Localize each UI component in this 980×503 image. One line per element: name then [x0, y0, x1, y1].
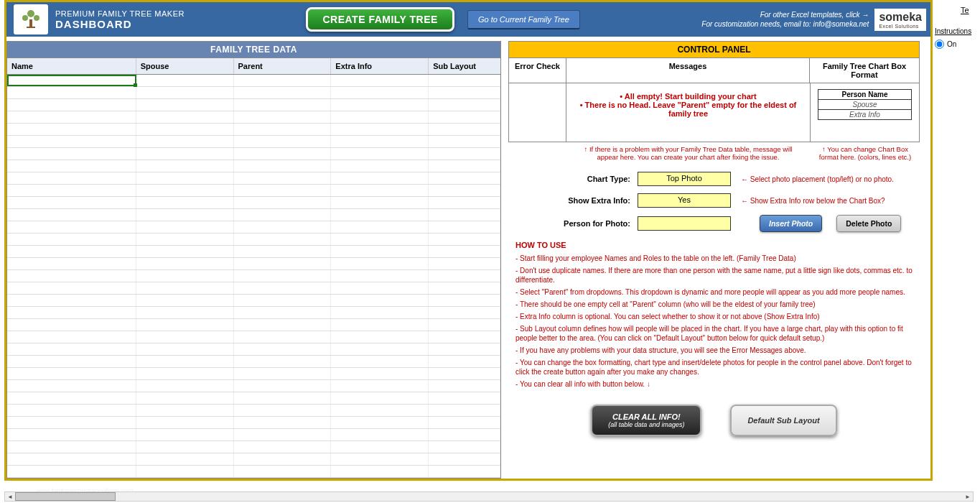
cell-extra[interactable]	[331, 380, 429, 392]
cell-spouse[interactable]	[136, 319, 234, 331]
cell-sub[interactable]	[429, 417, 500, 428]
cell-parent[interactable]	[234, 429, 332, 440]
cell-spouse[interactable]	[136, 124, 234, 135]
cell-spouse[interactable]	[136, 368, 234, 379]
cell-extra[interactable]	[331, 343, 429, 355]
cell-parent[interactable]	[234, 282, 332, 294]
table-row[interactable]	[7, 417, 500, 429]
cell-parent[interactable]	[234, 185, 332, 196]
cell-spouse[interactable]	[136, 356, 234, 367]
cell-parent[interactable]	[234, 148, 332, 160]
cell-parent[interactable]	[234, 343, 332, 355]
cell-extra[interactable]	[331, 405, 429, 416]
cell-name[interactable]	[7, 368, 136, 379]
table-row[interactable]	[7, 111, 500, 124]
template-link[interactable]: Te	[961, 6, 969, 14]
cell-parent[interactable]	[234, 99, 332, 111]
cell-parent[interactable]	[234, 368, 332, 379]
table-row[interactable]	[7, 136, 500, 148]
cell-spouse[interactable]	[136, 148, 234, 160]
cell-name[interactable]	[7, 136, 136, 147]
cell-name[interactable]	[7, 453, 136, 465]
cell-extra[interactable]	[331, 282, 429, 294]
cell-extra[interactable]	[331, 221, 429, 233]
cell-extra[interactable]	[331, 246, 429, 257]
cell-name[interactable]	[7, 185, 136, 196]
format-area[interactable]: Person Name Spouse Extra Info	[810, 83, 919, 142]
cell-extra[interactable]	[331, 441, 429, 453]
cell-spouse[interactable]	[136, 99, 234, 111]
cell-name[interactable]	[7, 270, 136, 282]
instructions-on-radio[interactable]	[935, 40, 944, 49]
cell-sub[interactable]	[429, 258, 500, 269]
table-row[interactable]	[7, 197, 500, 209]
table-row[interactable]	[7, 368, 500, 380]
cell-extra[interactable]	[331, 392, 429, 404]
cell-spouse[interactable]	[136, 185, 234, 196]
cell-spouse[interactable]	[136, 417, 234, 428]
cell-sub[interactable]	[429, 453, 500, 465]
cell-parent[interactable]	[234, 270, 332, 282]
cell-spouse[interactable]	[136, 429, 234, 440]
cell-sub[interactable]	[429, 246, 500, 257]
table-row[interactable]	[7, 441, 500, 453]
cell-name[interactable]	[7, 466, 136, 477]
cell-spouse[interactable]	[136, 160, 234, 172]
cell-sub[interactable]	[429, 136, 500, 147]
cell-name[interactable]	[7, 221, 136, 233]
cell-spouse[interactable]	[136, 75, 234, 86]
person-photo-input[interactable]	[638, 216, 731, 231]
table-row[interactable]	[7, 209, 500, 221]
cell-extra[interactable]	[331, 417, 429, 428]
cell-parent[interactable]	[234, 331, 332, 343]
default-sub-layout-button[interactable]: Default Sub Layout	[730, 405, 836, 436]
cell-name[interactable]	[7, 124, 136, 135]
cell-parent[interactable]	[234, 417, 332, 428]
cell-spouse[interactable]	[136, 466, 234, 477]
cell-name[interactable]	[7, 441, 136, 453]
cell-sub[interactable]	[429, 282, 500, 294]
table-row[interactable]	[7, 405, 500, 417]
cell-extra[interactable]	[331, 307, 429, 318]
cell-sub[interactable]	[429, 160, 500, 172]
table-row[interactable]	[7, 221, 500, 234]
cell-extra[interactable]	[331, 270, 429, 282]
table-row[interactable]	[7, 295, 500, 307]
cell-sub[interactable]	[429, 221, 500, 233]
cell-name[interactable]	[7, 392, 136, 404]
cell-name[interactable]	[7, 172, 136, 184]
create-family-tree-button[interactable]: CREATE FAMILY TREE	[306, 7, 454, 32]
cell-parent[interactable]	[234, 209, 332, 221]
cell-parent[interactable]	[234, 160, 332, 172]
cell-name[interactable]	[7, 75, 136, 86]
cell-extra[interactable]	[331, 319, 429, 331]
cell-name[interactable]	[7, 380, 136, 392]
cell-parent[interactable]	[234, 197, 332, 208]
clear-all-info-button[interactable]: CLEAR ALL INFO! (all table data and imag…	[591, 405, 701, 436]
show-extra-input[interactable]: Yes	[638, 193, 731, 208]
cell-sub[interactable]	[429, 319, 500, 331]
cell-spouse[interactable]	[136, 258, 234, 269]
cell-parent[interactable]	[234, 466, 332, 477]
cell-spouse[interactable]	[136, 234, 234, 245]
cell-parent[interactable]	[234, 392, 332, 404]
table-row[interactable]	[7, 99, 500, 111]
cell-extra[interactable]	[331, 148, 429, 160]
cell-spouse[interactable]	[136, 405, 234, 416]
table-row[interactable]	[7, 307, 500, 319]
table-row[interactable]	[7, 258, 500, 270]
table-row[interactable]	[7, 270, 500, 282]
cell-name[interactable]	[7, 258, 136, 269]
cell-spouse[interactable]	[136, 380, 234, 392]
cell-extra[interactable]	[331, 136, 429, 147]
cell-extra[interactable]	[331, 453, 429, 465]
cell-sub[interactable]	[429, 234, 500, 245]
table-body[interactable]	[6, 75, 501, 479]
cell-sub[interactable]	[429, 75, 500, 86]
cell-sub[interactable]	[429, 368, 500, 379]
cell-parent[interactable]	[234, 319, 332, 331]
cell-name[interactable]	[7, 356, 136, 367]
cell-sub[interactable]	[429, 466, 500, 477]
cell-name[interactable]	[7, 429, 136, 440]
cell-extra[interactable]	[331, 234, 429, 245]
